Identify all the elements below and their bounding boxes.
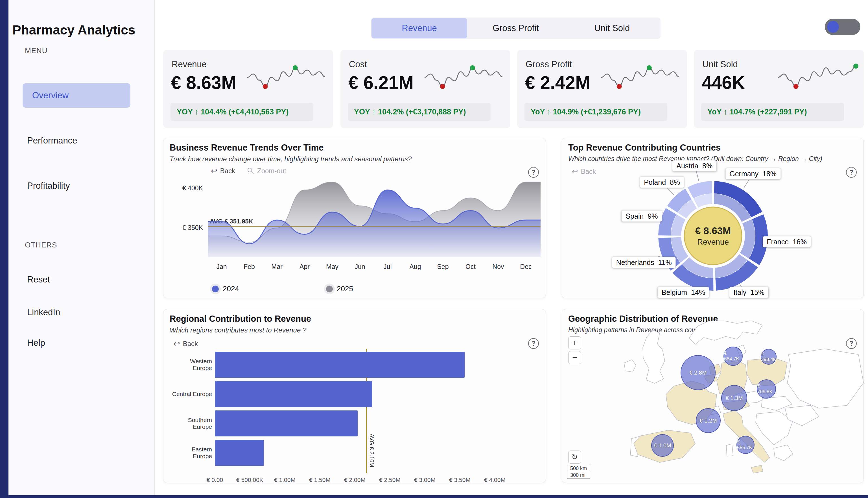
bar-southern-europe[interactable]	[215, 410, 358, 436]
donut-label-France: France16%	[763, 236, 811, 247]
kpi-card-cost: Cost € 6.21M YOY ↑ 104.2% (+€3,170,888 P…	[340, 50, 510, 128]
sidebar-item-overview[interactable]: Overview	[23, 83, 131, 108]
kpi-title: Cost	[349, 59, 367, 69]
back-button[interactable]: ↩ Back	[174, 339, 198, 348]
bar-category-label: Western Europe	[172, 352, 212, 378]
x-tick-label: Apr	[293, 263, 316, 271]
x-tick-label: Jan	[210, 263, 233, 271]
theme-toggle[interactable]	[825, 19, 860, 35]
back-arrow-icon: ↩	[211, 166, 217, 175]
legend-dot-icon	[326, 286, 333, 292]
map-refresh-button[interactable]: ↻	[568, 450, 581, 463]
menu-section-label: MENU	[25, 46, 48, 55]
kpi-yoy-badge: YOY ↑ 104.2% (+€3,170,888 PY)	[348, 103, 491, 121]
x-tick-label: Dec	[514, 263, 538, 271]
country-great-britain	[643, 330, 665, 383]
map-bubble[interactable]: € 709.8K	[757, 379, 776, 398]
kpi-value: € 6.21M	[348, 72, 413, 93]
bar-western-europe[interactable]	[215, 352, 465, 378]
map-scale: 500 km 300 mi	[567, 465, 590, 479]
legend-2024[interactable]: 2024	[212, 285, 239, 293]
tab-revenue[interactable]: Revenue	[371, 18, 467, 38]
country-eastern-europe	[787, 349, 864, 408]
donut-label-Poland: Poland8%	[640, 177, 684, 188]
donut-segment-France[interactable]	[754, 217, 762, 262]
sidebar-item-label: Help	[27, 338, 45, 348]
donut-label-Germany: Germany18%	[725, 168, 781, 179]
x-tick-label: May	[321, 263, 344, 271]
donut-segment-Spain[interactable]	[664, 211, 671, 236]
country-ireland	[624, 359, 636, 372]
kpi-value: 446K	[702, 72, 745, 93]
donut-inner-segment[interactable]	[696, 199, 712, 203]
island-sicily	[751, 465, 763, 473]
bar-category-label: Central Europe	[172, 381, 212, 407]
regions-bar-card: Regional Contribution to Revenue Which r…	[163, 309, 546, 483]
help-icon[interactable]: ?	[528, 338, 539, 349]
app-title: Pharmacy Analytics	[12, 22, 135, 38]
help-icon[interactable]: ?	[528, 167, 539, 178]
donut-label-Italy: Italy15%	[729, 287, 768, 298]
map-bubble[interactable]: € 2.8M	[681, 355, 716, 390]
map-bubble[interactable]: € 393.4K	[761, 349, 776, 365]
sidebar-item-label: Performance	[27, 135, 77, 145]
zoom-out-button[interactable]: Zoom-out	[247, 167, 286, 175]
x-tick-label: Jun	[348, 263, 372, 271]
country-greece	[774, 445, 793, 461]
sidebar-item-help[interactable]: Help	[27, 338, 45, 348]
geo-map-card: Geographic Distribution of Revenue Highl…	[562, 309, 864, 483]
kpi-sparkline	[421, 57, 506, 96]
scale-km: 500 km	[567, 465, 590, 472]
x-tick-label: Mar	[265, 263, 289, 271]
tab-unit-sold[interactable]: Unit Sold	[564, 18, 660, 38]
kpi-sparkline	[775, 57, 859, 96]
kpi-title: Gross Profit	[526, 59, 572, 69]
sidebar-item-label: LinkedIn	[27, 307, 60, 317]
map-zoom-in-button[interactable]: +	[568, 337, 581, 350]
legend-label: 2025	[337, 285, 353, 293]
legend-2025[interactable]: 2025	[326, 285, 353, 293]
chart-title: Top Revenue Contributing Countries	[568, 143, 721, 153]
kpi-card-unit-sold: Unit Sold 446K YoY ↑ 104.7% (+227,991 PY…	[694, 50, 864, 128]
donut-inner-segment[interactable]	[682, 204, 694, 215]
donut-segment-Austria[interactable]	[690, 187, 712, 193]
donut-inner-segment[interactable]	[744, 221, 750, 255]
donut-inner-segment[interactable]	[676, 237, 684, 259]
sidebar-item-label: Reset	[27, 275, 50, 285]
bar-eastern-europe[interactable]	[215, 440, 264, 466]
chart-title: Business Revenue Trends Over Time	[169, 143, 324, 153]
map-bubble[interactable]: € 555.7K	[736, 436, 755, 454]
sidebar-item-profitability[interactable]: Profitability	[27, 181, 70, 191]
countries-donut-card: Top Revenue Contributing Countries Which…	[562, 138, 864, 298]
map-bubble[interactable]: € 1.0M	[651, 434, 674, 457]
map-bubble[interactable]: € 1.2M	[696, 408, 721, 433]
bar-category-label: Eastern Europe	[172, 440, 212, 466]
back-button[interactable]: ↩ Back	[211, 166, 235, 175]
chart-subtitle: Which regions contributes most to Revenu…	[169, 326, 306, 334]
kpi-card-revenue: Revenue € 8.63M YOY ↑ 104.4% (+€4,410,56…	[163, 50, 333, 128]
x-tick-label: € 1.00M	[267, 476, 303, 483]
donut-label-Austria: Austria8%	[673, 160, 716, 171]
toggle-knob-icon	[827, 21, 839, 33]
donut-center: € 8.63M Revenue	[695, 225, 731, 247]
tab-gross-profit[interactable]: Gross Profit	[468, 18, 564, 38]
metric-tabbar: Revenue Gross Profit Unit Sold	[371, 17, 661, 39]
x-tick-label: Nov	[486, 263, 510, 271]
donut-plot: € 8.63M Revenue Germany18%France16%Italy…	[562, 161, 864, 299]
map-zoom-out-button[interactable]: −	[568, 351, 581, 364]
donut-inner-segment[interactable]	[676, 217, 681, 236]
sidebar-item-linkedin[interactable]: LinkedIn	[27, 307, 60, 317]
dashboard-root: Pharmacy Analytics MENU Overview Perform…	[0, 0, 868, 498]
sidebar-item-reset[interactable]: Reset	[27, 275, 50, 285]
x-tick-label: € 2.50M	[371, 476, 408, 483]
kpi-card-gross-profit: Gross Profit € 2.42M YoY ↑ 104.9% (+€1,2…	[517, 50, 687, 128]
map-bubble[interactable]: € 684.7K	[723, 346, 743, 366]
x-tick-label: € 1.50M	[301, 476, 338, 483]
map-bubble[interactable]: € 1.3M	[721, 385, 747, 411]
x-tick-label: € 500.00K	[231, 476, 268, 483]
x-tick-label: Oct	[459, 263, 483, 271]
bar-central-europe[interactable]	[215, 381, 372, 407]
sidebar-item-performance[interactable]: Performance	[27, 135, 77, 146]
country-scandinavia	[689, 320, 762, 344]
kpi-sparkline	[244, 57, 328, 96]
